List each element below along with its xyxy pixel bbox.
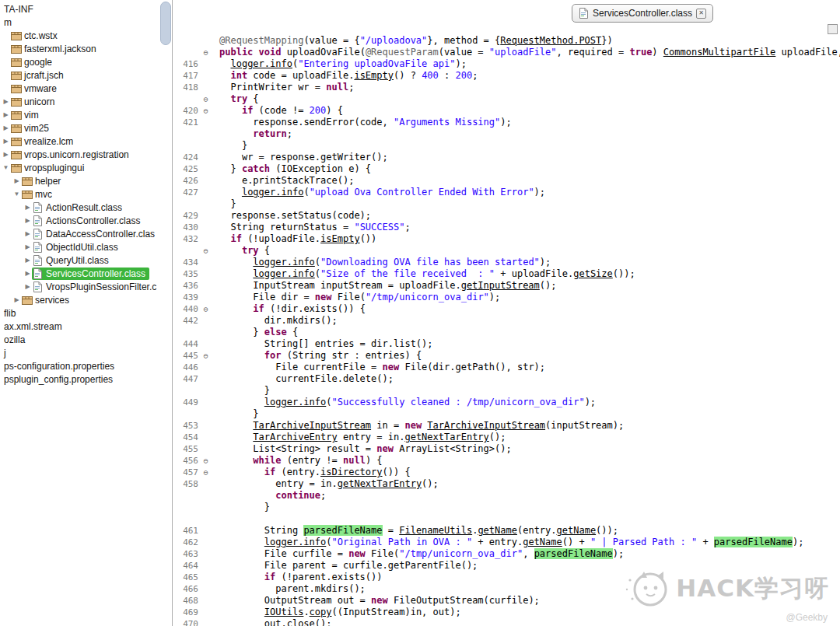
code-line[interactable]: 429 response.setStatus(code); — [173, 210, 840, 222]
code-line[interactable]: } — [173, 408, 840, 420]
code-line[interactable] — [173, 513, 840, 525]
code-line[interactable]: 446 File currentFile = new File(dir.getP… — [173, 362, 840, 373]
fold-toggle-icon[interactable]: ⊖ — [200, 245, 212, 257]
code-line[interactable]: 447 currentFile.delete(); — [173, 373, 840, 385]
tree-item[interactable]: ▶ActionResult.class — [0, 201, 159, 214]
tree-item[interactable]: ax.xml.stream — [0, 320, 159, 333]
code-line[interactable]: 425 } catch (IOException e) { — [173, 163, 840, 175]
fold-toggle-icon[interactable]: ⊖ — [200, 455, 212, 467]
code-line[interactable]: 420⊖ if (code != 200) { — [173, 105, 840, 117]
code-line[interactable]: @RequestMapping(value = {"/uploadova"}, … — [173, 35, 840, 47]
tree-item-body[interactable]: ctc.wstx — [10, 30, 61, 42]
tree-item[interactable]: ▶VropsPluginSessionFilter.c — [0, 280, 159, 293]
code-line[interactable]: 417 int code = uploadFile.isEmpty() ? 40… — [173, 70, 840, 82]
code-line[interactable]: continue; — [173, 490, 840, 502]
fold-toggle-icon[interactable]: ⊖ — [200, 93, 212, 105]
code-line[interactable]: 440⊖ if (!dir.exists()) { — [173, 303, 840, 315]
tree-item[interactable]: ▶vim — [0, 108, 159, 121]
tree-item[interactable]: flib — [0, 306, 159, 320]
tree-item-body[interactable]: mvc — [21, 188, 56, 201]
code-line[interactable]: } else { — [173, 327, 840, 338]
fold-toggle-icon[interactable]: ⊖ — [200, 467, 212, 478]
tree-item-body[interactable]: helper — [21, 175, 65, 187]
tree-item-body[interactable]: vropsplugingui — [10, 162, 88, 174]
scrollbar-thumb[interactable] — [160, 2, 171, 45]
chevron-down-icon[interactable]: ▼ — [12, 191, 21, 198]
tree-item[interactable]: ▶DataAccessController.clas — [0, 227, 159, 240]
tab-close-icon[interactable]: ✕ — [696, 9, 706, 19]
code-line[interactable]: ⊖public void uploadOvaFile(@RequestParam… — [173, 47, 840, 58]
tree-item-body[interactable]: vim25 — [10, 122, 53, 135]
tree-item-body[interactable]: google — [10, 56, 56, 68]
code-line[interactable]: 463 File curfile = new File("/tmp/unicor… — [173, 548, 840, 560]
tree-item[interactable]: ▼mvc — [0, 187, 159, 201]
code-line[interactable]: 439 File dir = new File("/tmp/unicorn_ov… — [173, 292, 840, 303]
tree-item[interactable]: jcraft.jsch — [0, 68, 159, 82]
code-line[interactable]: 427 logger.info("upload Ova Controller E… — [173, 187, 840, 198]
tree-item-body[interactable]: jcraft.jsch — [10, 69, 68, 82]
code-line[interactable]: } — [173, 502, 840, 513]
chevron-right-icon[interactable]: ▶ — [2, 151, 10, 158]
code-line[interactable]: 458 entry = in.getNextTarEntry(); — [173, 478, 840, 490]
tree-item[interactable]: TA-INF — [0, 2, 159, 16]
tree-item[interactable]: ▶vrealize.lcm — [0, 135, 159, 148]
tree-item[interactable]: ▶ServicesController.class — [0, 267, 159, 280]
code-line[interactable]: ⊖ try { — [173, 245, 840, 257]
tree-item-body[interactable]: vim — [10, 109, 43, 121]
tree-item[interactable]: j — [0, 346, 159, 359]
code-line[interactable]: } — [173, 385, 840, 397]
code-line[interactable]: 454 TarArchiveEntry entry = in.getNextTa… — [173, 432, 840, 443]
tree-item[interactable]: google — [0, 55, 159, 68]
tree-item[interactable]: ▶unicorn — [0, 95, 159, 108]
chevron-right-icon[interactable]: ▶ — [2, 98, 10, 105]
code-line[interactable]: 434 logger.info("Downloading OVA file ha… — [173, 257, 840, 268]
chevron-right-icon[interactable]: ▶ — [23, 270, 32, 277]
fold-toggle-icon[interactable]: ⊖ — [200, 47, 212, 58]
tree-item[interactable]: psplugin_config.properties — [0, 372, 159, 386]
tree-item[interactable]: ▶ActionsController.class — [0, 214, 159, 227]
tree-item-body[interactable]: QueryUtil.class — [32, 254, 113, 267]
code-line[interactable]: 416 logger.info("Entering uploadOvaFile … — [173, 58, 840, 70]
code-line[interactable]: } — [173, 198, 840, 210]
chevron-right-icon[interactable]: ▶ — [23, 283, 32, 290]
code-line[interactable]: 445⊖ for (String str : entries) { — [173, 350, 840, 362]
code-line[interactable]: 455 List<String> result = new ArrayList<… — [173, 443, 840, 455]
tree-item-selected[interactable]: ServicesController.class — [32, 268, 149, 280]
tree-item[interactable]: ▶services — [0, 293, 159, 306]
chevron-right-icon[interactable]: ▶ — [2, 111, 10, 118]
code-editor[interactable]: @RequestMapping(value = {"/uploadova"}, … — [173, 35, 840, 626]
code-line[interactable]: } — [173, 140, 840, 152]
tree-item-body[interactable]: ActionResult.class — [32, 201, 126, 214]
code-line[interactable]: 444 String[] entries = dir.list(); — [173, 338, 840, 350]
tree-item[interactable]: ctc.wstx — [0, 29, 159, 42]
chevron-right-icon[interactable]: ▶ — [23, 204, 32, 211]
fold-toggle-icon[interactable]: ⊖ — [200, 105, 212, 117]
tree-item[interactable]: ▶helper — [0, 174, 159, 187]
tree-item[interactable]: ▶vim25 — [0, 121, 159, 135]
fold-toggle-icon[interactable]: ⊖ — [200, 303, 212, 315]
tree-item[interactable]: ozilla — [0, 333, 159, 346]
chevron-right-icon[interactable]: ▶ — [23, 243, 32, 250]
code-line[interactable]: 424 wr = response.getWriter(); — [173, 152, 840, 163]
code-line[interactable]: 449 logger.info("Successfully cleaned : … — [173, 397, 840, 408]
chevron-right-icon[interactable]: ▶ — [2, 124, 10, 131]
code-line[interactable]: return; — [173, 128, 840, 140]
code-line[interactable]: ⊖ try { — [173, 93, 840, 105]
editor-tab[interactable]: ServicesController.class ✕ — [572, 4, 713, 23]
chevron-right-icon[interactable]: ▶ — [23, 230, 32, 237]
chevron-right-icon[interactable]: ▶ — [2, 138, 10, 145]
fold-toggle-icon[interactable]: ⊖ — [200, 350, 212, 362]
code-line[interactable]: 418 PrintWriter wr = null; — [173, 82, 840, 93]
code-line[interactable]: 426 e.printStackTrace(); — [173, 175, 840, 187]
tree-item[interactable]: m — [0, 16, 159, 29]
tree-item[interactable]: vmware — [0, 82, 159, 95]
tree-item-body[interactable]: vrealize.lcm — [10, 135, 77, 148]
tree-item-body[interactable]: fasterxml.jackson — [10, 43, 100, 55]
tree-item-body[interactable]: ObjectIdUtil.class — [32, 241, 122, 254]
overview-ruler-button[interactable] — [828, 24, 838, 34]
tree-item[interactable]: ▶vrops.unicorn.registration — [0, 148, 159, 161]
tree-item-body[interactable]: DataAccessController.clas — [32, 228, 159, 240]
tree-item[interactable]: fasterxml.jackson — [0, 42, 159, 55]
sidebar-scrollbar[interactable] — [159, 0, 173, 626]
code-line[interactable]: 457⊖ if (entry.isDirectory()) { — [173, 467, 840, 478]
